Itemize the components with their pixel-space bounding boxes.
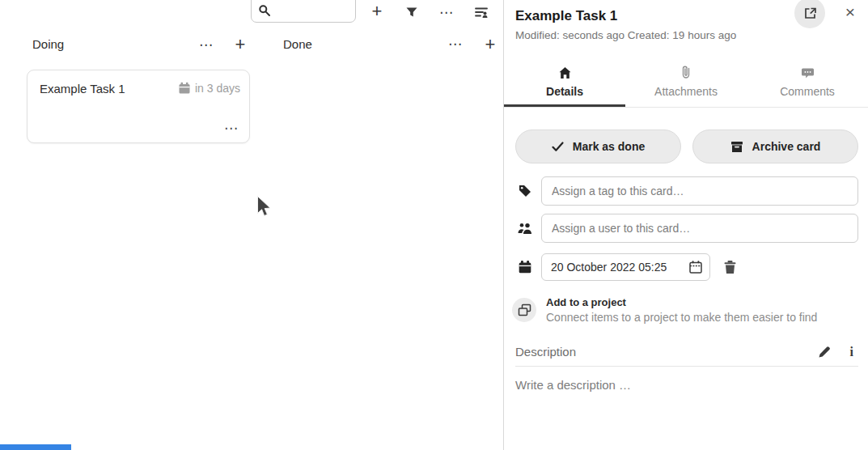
assign-tag-input[interactable] (541, 176, 858, 206)
more-icon: ⋯ (448, 37, 463, 51)
tab-comments-label: Comments (747, 85, 868, 104)
tag-row (515, 176, 858, 206)
search-icon (258, 4, 271, 17)
filter-icon (405, 6, 418, 19)
card-title: Example Task 1 (40, 82, 125, 96)
project-icon-circle (512, 298, 536, 322)
panel-body: Mark as done Archive card (504, 129, 868, 392)
card-detail-panel: Example Task 1 Modified: seconds ago Cre… (503, 0, 868, 450)
calendar-icon (515, 260, 535, 274)
info-icon[interactable]: i (850, 346, 853, 359)
search-input[interactable] (274, 1, 352, 20)
close-icon: × (845, 2, 855, 21)
panel-title: Example Task 1 (515, 8, 787, 24)
panel-header: Example Task 1 Modified: seconds ago Cre… (504, 0, 868, 41)
tab-details-label: Details (504, 85, 625, 104)
column-title-doing: Doing (32, 37, 64, 51)
remove-date-button[interactable] (723, 260, 737, 274)
plus-icon: + (372, 2, 383, 20)
column-doing-menu-button[interactable]: ⋯ (196, 34, 217, 55)
edit-description-button[interactable] (818, 346, 831, 359)
due-date-value: 20 October 2022 05:25 (551, 261, 688, 274)
column-doing-add-button[interactable]: + (230, 34, 251, 55)
project-text: Add to a project Connect items to a proj… (546, 296, 817, 324)
mouse-cursor (256, 195, 272, 219)
due-date-field[interactable]: 20 October 2022 05:25 (541, 253, 710, 281)
mark-as-done-button[interactable]: Mark as done (515, 129, 681, 163)
description-actions: i (818, 346, 858, 359)
home-icon (504, 65, 625, 79)
check-icon (552, 142, 564, 152)
tag-icon (515, 184, 535, 198)
tab-attachments[interactable]: Attachments (625, 58, 747, 107)
tab-details[interactable]: Details (504, 58, 625, 107)
sort-tasks-button[interactable] (471, 2, 492, 23)
users-icon (515, 222, 535, 235)
horizontal-scrollbar-thumb[interactable] (0, 444, 71, 450)
kanban-board: + ⋯ Doing ⋯ + Done ⋯ (0, 0, 503, 450)
open-external-icon (803, 6, 817, 20)
more-icon: ⋯ (439, 6, 454, 19)
trash-icon (723, 260, 737, 274)
description-header: Description i (515, 345, 858, 367)
column-done-add-button[interactable]: + (480, 34, 501, 55)
project-title: Add to a project (546, 296, 817, 308)
project-windows-icon (518, 304, 531, 316)
archive-card-label: Archive card (752, 140, 821, 153)
tab-attachments-label: Attachments (625, 85, 747, 104)
close-button[interactable]: × (845, 3, 855, 20)
calendar-icon (178, 82, 191, 95)
sort-tasks-icon (474, 6, 489, 19)
more-icon: ⋯ (199, 38, 214, 52)
tab-comments[interactable]: Comments (747, 58, 868, 107)
task-card[interactable]: Example Task 1 in 3 days ⋯ (27, 70, 250, 143)
filter-button[interactable] (401, 2, 422, 23)
column-done-menu-button[interactable]: ⋯ (445, 33, 466, 54)
description-label: Description (515, 345, 818, 359)
due-date-row: 20 October 2022 05:25 (515, 253, 858, 281)
action-row: Mark as done Archive card (515, 129, 858, 163)
card-due-label: in 3 days (195, 82, 240, 95)
description-placeholder[interactable]: Write a description … (515, 378, 858, 392)
app-window: + ⋯ Doing ⋯ + Done ⋯ (0, 0, 868, 450)
assign-user-input[interactable] (541, 214, 858, 243)
plus-icon: + (485, 36, 496, 53)
user-row (515, 214, 858, 243)
paperclip-icon (625, 65, 747, 79)
card-due-date: in 3 days (178, 82, 240, 95)
archive-card-button[interactable]: Archive card (692, 129, 858, 163)
column-title-done: Done (283, 37, 312, 51)
comments-icon (747, 65, 868, 79)
search-box (251, 0, 356, 23)
archive-icon (730, 141, 743, 153)
calendar-outline-icon (688, 260, 703, 274)
add-to-project-row[interactable]: Add to a project Connect items to a proj… (512, 296, 858, 324)
pencil-icon (818, 346, 831, 359)
add-card-button[interactable]: + (366, 1, 387, 22)
panel-meta: Modified: seconds ago Created: 19 hours … (515, 29, 787, 41)
mark-as-done-label: Mark as done (573, 140, 645, 153)
board-menu-button[interactable]: ⋯ (436, 2, 457, 23)
popout-button[interactable] (794, 0, 825, 28)
panel-tabs: Details Attachments (504, 58, 868, 108)
project-subtitle: Connect items to a project to make them … (546, 311, 817, 324)
card-menu-button[interactable]: ⋯ (224, 121, 239, 135)
open-calendar-button[interactable] (688, 260, 703, 274)
plus-icon: + (235, 36, 246, 53)
